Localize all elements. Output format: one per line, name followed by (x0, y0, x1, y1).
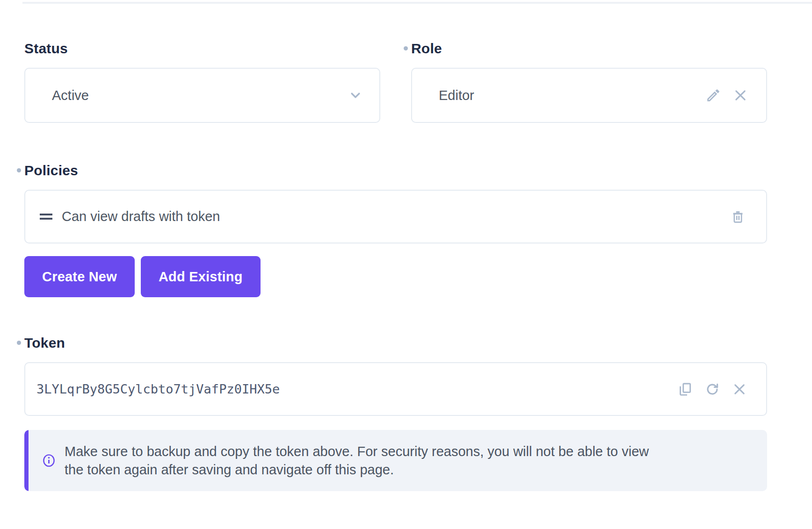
policies-label: Policies (24, 161, 767, 180)
status-label-text: Status (24, 41, 68, 57)
close-icon[interactable] (732, 87, 748, 103)
status-value: Active (52, 88, 89, 103)
policy-name: Can view drafts with token (62, 209, 730, 224)
role-value: Editor (439, 88, 474, 103)
token-label: Token (24, 334, 767, 352)
notice-accent-bar (24, 430, 29, 491)
required-dot (404, 46, 408, 50)
notice-text: Make sure to backup and copy the token a… (65, 443, 666, 479)
token-field[interactable]: 3LYLqrBy8G5Cylcbto7tjVafPz0IHX5e (24, 362, 767, 416)
create-new-button[interactable]: Create New (24, 256, 135, 297)
role-label-text: Role (411, 41, 442, 57)
status-field-group: Status Active (24, 39, 380, 123)
top-divider (22, 2, 812, 4)
close-icon[interactable] (732, 381, 747, 397)
chevron-down-icon[interactable] (348, 87, 363, 103)
copy-icon[interactable] (677, 381, 693, 397)
trash-icon[interactable] (730, 208, 746, 225)
info-icon (42, 453, 56, 468)
status-label: Status (24, 39, 380, 58)
required-dot (17, 168, 21, 172)
policies-field-group: Policies Can view drafts with token Crea… (24, 161, 767, 297)
refresh-icon[interactable] (704, 381, 720, 397)
status-role-row: Status Active Role Editor (24, 39, 767, 123)
drag-handle-icon[interactable] (40, 214, 52, 220)
user-form: Status Active Role Editor (24, 0, 767, 491)
token-field-group: Token 3LYLqrBy8G5Cylcbto7tjVafPz0IHX5e (24, 334, 767, 491)
policies-label-text: Policies (24, 163, 78, 179)
add-existing-button[interactable]: Add Existing (141, 256, 261, 297)
role-field[interactable]: Editor (411, 68, 767, 123)
role-actions (705, 87, 748, 103)
role-label: Role (411, 39, 767, 58)
policy-buttons: Create New Add Existing (24, 256, 767, 297)
role-field-group: Role Editor (411, 39, 767, 123)
required-dot (17, 341, 21, 345)
status-select[interactable]: Active (24, 68, 380, 123)
policy-list-item[interactable]: Can view drafts with token (24, 190, 767, 243)
token-value: 3LYLqrBy8G5Cylcbto7tjVafPz0IHX5e (36, 382, 677, 396)
token-label-text: Token (24, 335, 65, 351)
token-notice: Make sure to backup and copy the token a… (24, 430, 767, 491)
token-actions (677, 381, 747, 397)
pencil-icon[interactable] (705, 87, 721, 103)
